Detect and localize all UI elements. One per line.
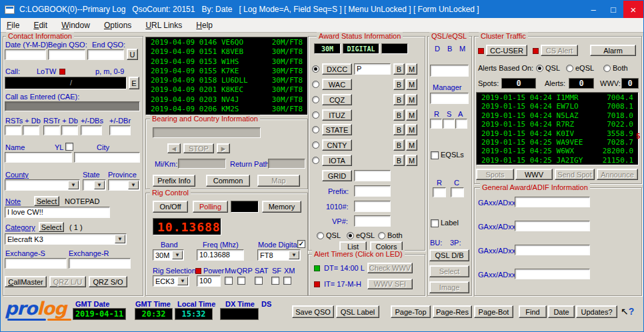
cluster-both-radio[interactable]: [603, 65, 611, 72]
spot-row[interactable]: 2019-01-15 04:24 K0IV3558.9: [477, 129, 638, 138]
prefix-info-button[interactable]: Prefix Info: [153, 175, 195, 187]
log-row[interactable]: 2019-04-09 0158 LU6DLL30M/FT8: [146, 76, 307, 85]
u-button[interactable]: U: [127, 49, 138, 60]
rig-combo[interactable]: ECK3: [153, 275, 189, 287]
cae-field[interactable]: [5, 101, 140, 111]
iota-button[interactable]: IOTA: [322, 155, 352, 166]
award-qsl-radio[interactable]: [317, 232, 324, 239]
grid-button[interactable]: GRID: [322, 170, 352, 181]
band-combo[interactable]: 30M: [153, 249, 184, 261]
end-qso-field[interactable]: [87, 49, 124, 60]
category-select-button[interactable]: Select: [39, 222, 64, 232]
menu-url-links[interactable]: URL Links: [139, 18, 188, 33]
check-wwv-button[interactable]: Check WWV: [367, 263, 413, 273]
qsl-select-button[interactable]: Select: [429, 265, 469, 277]
gaxx-field-3[interactable]: [515, 245, 590, 255]
digital-checkbox[interactable]: [297, 240, 305, 248]
name-field[interactable]: [5, 152, 72, 163]
label-checkbox[interactable]: [431, 219, 439, 227]
e-button[interactable]: E: [129, 77, 139, 89]
grid-field[interactable]: [354, 170, 391, 181]
save-qso-button[interactable]: Save QSO: [292, 305, 334, 318]
announce-button[interactable]: Announce: [597, 169, 638, 180]
page-res-button[interactable]: Page-Res: [433, 305, 472, 318]
wwv-sfi-button[interactable]: WWV SFI: [367, 279, 413, 289]
rotate-right-button[interactable]: ►: [217, 143, 230, 153]
common-button[interactable]: Common: [206, 175, 250, 187]
map-button[interactable]: Map: [257, 175, 300, 187]
tenten-field[interactable]: [354, 201, 391, 212]
close-button[interactable]: ×: [623, 1, 643, 18]
page-top-button[interactable]: Page-Top: [391, 305, 431, 318]
gaxx-field-1[interactable]: [515, 197, 590, 207]
wwv-button[interactable]: WWV: [515, 169, 553, 180]
award-radio-ituz[interactable]: [312, 111, 319, 119]
log-row[interactable]: 2019-04-09 0206 KM2S30M/FT8: [146, 105, 307, 114]
stop-button[interactable]: STOP: [183, 143, 214, 153]
menu-help[interactable]: Help: [190, 18, 219, 33]
recent-qso-log[interactable]: 2019-04-09 0146 VE6QO20M/FT8 2019-04-09 …: [145, 37, 308, 115]
sf-checkbox[interactable]: [271, 277, 279, 285]
qsl-image-button[interactable]: Image: [429, 281, 469, 293]
rig-onoff-button[interactable]: On/Off: [153, 201, 188, 213]
rstr-field[interactable]: [43, 125, 60, 135]
note-select-button[interactable]: Select: [34, 196, 59, 206]
find-button[interactable]: Find: [519, 305, 547, 318]
ituz-button[interactable]: ITUZ: [322, 109, 352, 121]
manager-field[interactable]: [430, 93, 469, 104]
qsl-r-field[interactable]: [430, 119, 442, 129]
cqz-button[interactable]: CQZ: [322, 94, 352, 105]
qrz-so-button[interactable]: QRZ S/O: [89, 276, 127, 287]
cluster-eqsl-radio[interactable]: [566, 65, 573, 72]
cnty-b-button[interactable]: B: [393, 139, 405, 151]
rstr-db-field[interactable]: [61, 125, 78, 135]
award-eqsl-radio[interactable]: [347, 232, 354, 239]
send-spot-button[interactable]: Send Spot: [555, 169, 595, 180]
dxcc-button[interactable]: DXCC: [322, 63, 352, 75]
award-radio-cqz[interactable]: [312, 96, 319, 103]
cluster-spot-terminal[interactable]: 2019-01-15 04:24 I1MMR7004.4 2019-01-15 …: [476, 92, 639, 165]
spot-row[interactable]: 2019-01-15 04:24 I1MMR7004.4: [477, 93, 638, 102]
ituz-b-button[interactable]: B: [393, 109, 405, 121]
rotate-left-button[interactable]: ◄: [167, 143, 181, 153]
memory-button[interactable]: Memory: [262, 201, 301, 213]
cnty-button[interactable]: CNTY: [322, 139, 352, 151]
call-input[interactable]: /: [5, 77, 127, 89]
log-row[interactable]: 2019-04-09 0203 NV4J30M/FT8: [146, 95, 307, 105]
spot-row[interactable]: 2019-01-15 04:25 W6WX28200.0: [477, 147, 638, 155]
xm-checkbox[interactable]: [283, 277, 291, 285]
rsts-db-field[interactable]: [23, 125, 39, 135]
minimize-button[interactable]: –: [583, 1, 603, 18]
polling-button[interactable]: Polling: [193, 201, 228, 213]
province-combo[interactable]: [108, 179, 140, 191]
mode-combo[interactable]: FT8: [257, 249, 301, 261]
cnty-m-button[interactable]: M: [406, 139, 417, 151]
exchange-s-field[interactable]: [5, 258, 67, 269]
cs-alert-button[interactable]: CS Alert: [541, 45, 578, 56]
state-m-button[interactable]: M: [406, 124, 417, 135]
spot-row[interactable]: 2019-01-15 04:25 WA9VEE7028.7: [477, 138, 638, 147]
cluster-qsl-radio[interactable]: [536, 65, 543, 72]
exchange-r-field[interactable]: [69, 258, 131, 269]
award-radio-state[interactable]: [312, 126, 319, 133]
log-row[interactable]: 2019-04-09 0146 VE6QO20M/FT8: [146, 38, 307, 47]
dbs-field[interactable]: [81, 125, 102, 135]
menu-window[interactable]: Window: [55, 18, 96, 33]
date-button[interactable]: Date: [548, 305, 575, 318]
log-row[interactable]: 2019-04-09 0155 K7KE30M/FT8: [146, 67, 307, 76]
iota-m-button[interactable]: M: [406, 155, 417, 166]
award-radio-iota[interactable]: [312, 157, 319, 164]
note-label[interactable]: Note: [5, 197, 21, 205]
qsl-db-button[interactable]: QSL D/B: [429, 249, 469, 261]
it-timer-led[interactable]: [314, 281, 320, 287]
qsl-c-field[interactable]: [451, 187, 464, 197]
spot-row[interactable]: 2019-01-15 04:24 N5LAZ7018.0: [477, 111, 638, 120]
note-field[interactable]: I love CW!!: [5, 207, 110, 218]
spot-row[interactable]: 2019-01-15 04:24 R7RZ7022.0: [477, 120, 638, 129]
log-row[interactable]: 2019-04-09 0153 W1HS30M/FT8: [146, 57, 307, 67]
spots-button[interactable]: Spots: [476, 169, 514, 180]
page-bot-button[interactable]: Page-Bot: [474, 305, 513, 318]
qsl-s-field[interactable]: [443, 119, 455, 129]
dbr-field[interactable]: [109, 125, 131, 135]
iota-b-button[interactable]: B: [393, 155, 405, 166]
